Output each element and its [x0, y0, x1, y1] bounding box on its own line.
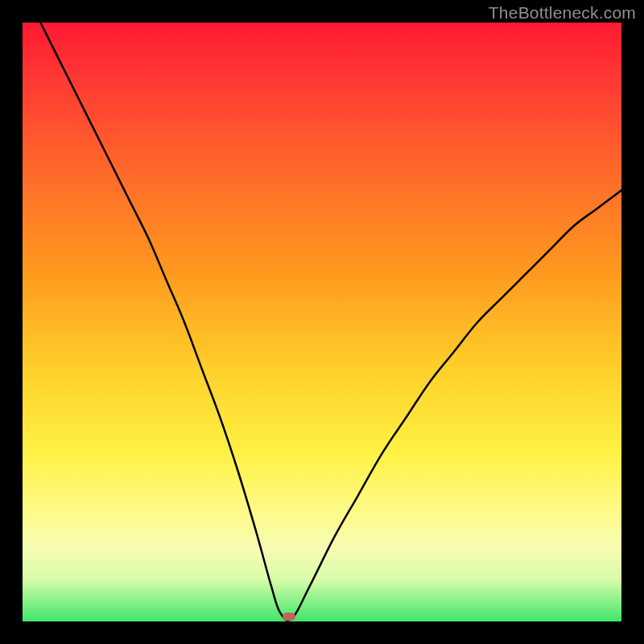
optimal-point-marker	[283, 613, 295, 621]
bottleneck-curve	[23, 23, 621, 621]
plot-area	[23, 23, 621, 621]
watermark-text: TheBottleneck.com	[489, 3, 636, 23]
chart-frame: TheBottleneck.com	[0, 0, 644, 644]
